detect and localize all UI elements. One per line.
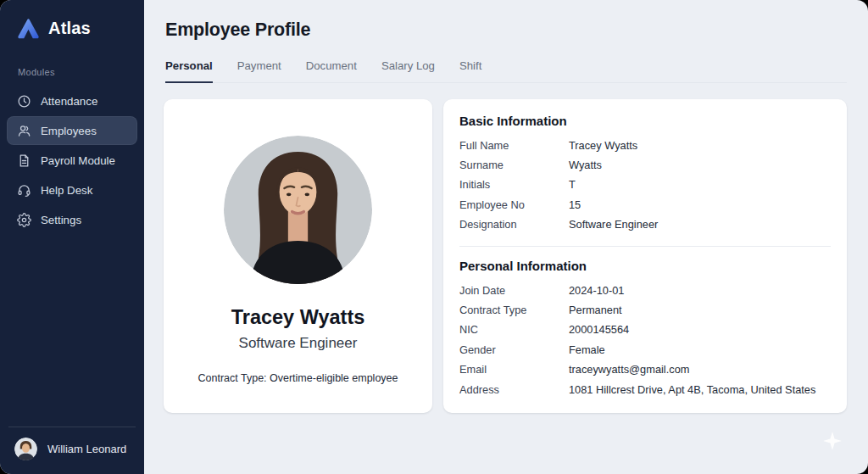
info-label: Address [459,380,569,399]
user-avatar [14,438,37,460]
tab-shift[interactable]: Shift [459,59,481,83]
sidebar-item-help-desk[interactable]: Help Desk [7,176,137,204]
personal-information-title: Personal Information [459,259,831,273]
cards-row: Tracey Wyatts Software Engineer Contract… [164,99,847,413]
info-row-email: Email traceywyatts@gmail.com [459,360,831,379]
basic-information-title: Basic Information [459,114,831,128]
app-window: Atlas Modules Attendance Employees [0,0,868,474]
headset-icon [17,183,31,198]
info-label: Surname [459,155,569,175]
tab-bar: Personal Payment Document Salary Log Shi… [165,59,847,83]
employee-designation: Software Engineer [239,335,358,352]
info-label: Designation [459,215,569,234]
info-value: T [569,175,576,194]
info-value: Permanent [569,300,622,320]
info-label: Email [459,360,569,379]
info-row-initials: Initials T [459,175,831,194]
info-label: Join Date [459,281,569,300]
tab-document[interactable]: Document [306,59,357,83]
info-label: Gender [459,340,569,360]
info-row-employee-no: Employee No 15 [459,195,831,215]
employee-photo [224,136,372,284]
info-label: Full Name [459,136,569,155]
sidebar-item-label: Attendance [41,95,97,108]
info-label: Employee No [459,195,569,215]
info-value: Female [569,340,605,360]
atlas-logo-icon [16,16,41,41]
sidebar-nav: Attendance Employees Payroll Module [0,86,144,235]
logo: Atlas [0,0,144,41]
document-icon [17,153,31,168]
current-user[interactable]: William Leonard [0,427,144,474]
info-row-join-date: Join Date 2024-10-01 [459,281,831,300]
info-value: Tracey Wyatts [569,136,637,155]
page-title: Employee Profile [165,20,868,41]
info-value: Wyatts [569,155,602,175]
employee-info-card: Basic Information Full Name Tracey Wyatt… [443,99,847,413]
sparkle-icon [822,431,843,454]
sidebar-section-label: Modules [18,67,144,77]
tab-payment[interactable]: Payment [237,59,281,83]
clock-icon [17,94,31,109]
info-value: 1081 Hillcrest Drive, Apt 4B, Tacoma, Un… [569,380,815,399]
gear-icon [17,213,31,227]
info-row-full-name: Full Name Tracey Wyatts [459,136,831,155]
main-content: Employee Profile Personal Payment Docume… [144,0,868,474]
sidebar-item-payroll-module[interactable]: Payroll Module [7,146,137,175]
profile-summary-card: Tracey Wyatts Software Engineer Contract… [164,99,432,413]
sidebar-item-label: Payroll Module [41,154,115,167]
app-title: Atlas [48,19,91,38]
info-label: Initials [459,175,569,194]
section-divider [459,246,831,247]
sidebar-item-attendance[interactable]: Attendance [7,86,137,115]
employee-name: Tracey Wyatts [231,306,365,329]
info-value: Software Engineer [569,215,658,234]
info-row-designation: Designation Software Engineer [459,215,831,234]
sidebar-item-label: Help Desk [41,184,92,197]
tab-personal[interactable]: Personal [165,59,213,83]
info-value: 15 [569,195,581,215]
info-row-address: Address 1081 Hillcrest Drive, Apt 4B, Ta… [459,380,831,399]
sidebar-item-employees[interactable]: Employees [7,116,137,145]
info-label: NIC [459,320,569,339]
info-value: 2000145564 [569,320,629,339]
user-name: William Leonard [47,443,126,455]
info-row-contract-type: Contract Type Permanent [459,300,831,320]
info-row-surname: Surname Wyatts [459,155,831,175]
sidebar-item-settings[interactable]: Settings [7,205,137,234]
person-icon [17,124,31,138]
sidebar: Atlas Modules Attendance Employees [0,0,144,474]
info-value: 2024-10-01 [569,281,624,300]
info-value: traceywyatts@gmail.com [569,360,689,379]
tab-salary-log[interactable]: Salary Log [381,59,435,83]
contract-note: Contract Type: Overtime-eligible employe… [198,372,398,384]
info-label: Contract Type [459,300,569,320]
info-row-gender: Gender Female [459,340,831,360]
info-row-nic: NIC 2000145564 [459,320,831,339]
sidebar-item-label: Employees [41,125,97,137]
sidebar-item-label: Settings [41,214,81,226]
